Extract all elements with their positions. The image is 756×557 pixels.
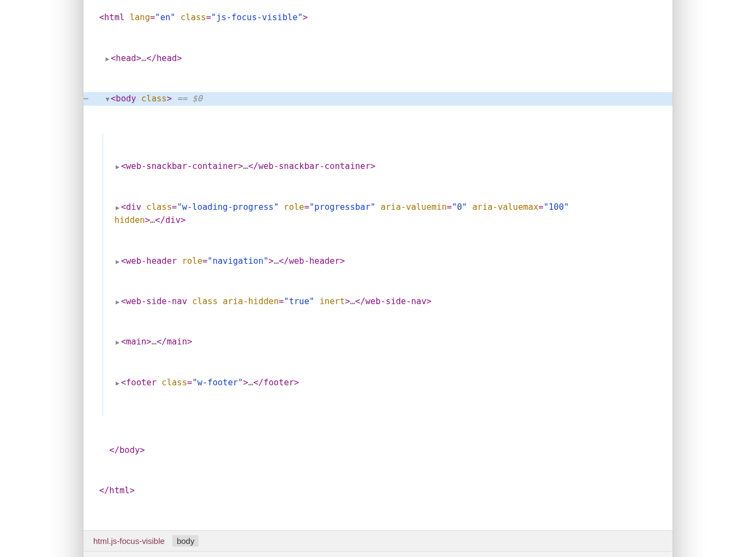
dom-html-close[interactable]: </html> xyxy=(83,484,673,498)
expand-caret-icon[interactable]: ▶ xyxy=(115,257,121,267)
subtab-styles[interactable]: Styles xyxy=(88,552,131,557)
expand-caret-icon[interactable]: ▶ xyxy=(115,337,121,348)
dom-child-loading[interactable]: ▶<div class="w-loading-progress" role="p… xyxy=(83,201,673,228)
dom-head[interactable]: ▶<head>…</head> xyxy=(83,52,673,65)
expand-caret-icon[interactable]: ▶ xyxy=(115,378,121,389)
breadcrumb-item[interactable]: body xyxy=(172,535,199,547)
subtab-properties[interactable]: Properties xyxy=(299,552,359,557)
dom-child-sidenav[interactable]: ▶<web-side-nav class aria-hidden="true" … xyxy=(83,295,673,308)
dom-html-open[interactable]: <html lang="en" class="js-focus-visible"… xyxy=(83,11,673,25)
dom-child-footer[interactable]: ▶<footer class="w-footer">…</footer> xyxy=(83,376,673,390)
breadcrumb-item[interactable]: html.js-focus-visible xyxy=(89,535,169,547)
dom-child-snackbar[interactable]: ▶<web-snackbar-container>…</web-snackbar… xyxy=(83,160,673,173)
dom-body-open[interactable]: ▼<body class> == $0 xyxy=(83,92,673,106)
dom-child-main[interactable]: ▶<main>…</main> xyxy=(83,335,673,349)
expand-caret-icon[interactable]: ▶ xyxy=(115,203,121,213)
elements-dom-tree[interactable]: <!DOCTYPE html> <html lang="en" class="j… xyxy=(83,0,673,530)
dom-child-header[interactable]: ▶<web-header role="navigation">…</web-he… xyxy=(83,255,673,268)
elements-subtabs: Styles Event Listeners DOM Breakpoints P… xyxy=(83,551,673,557)
expand-caret-icon[interactable]: ▶ xyxy=(115,162,121,172)
expand-caret-icon[interactable]: ▶ xyxy=(104,54,111,64)
subtab-event-listeners[interactable]: Event Listeners xyxy=(131,552,211,557)
dom-body-close[interactable]: </body> xyxy=(83,444,673,457)
collapse-caret-icon[interactable]: ▼ xyxy=(104,94,111,105)
expand-caret-icon[interactable]: ▶ xyxy=(115,297,121,307)
subtab-accessibility[interactable]: Accessibility xyxy=(359,552,426,557)
subtab-dom-breakpoints[interactable]: DOM Breakpoints xyxy=(211,552,299,557)
devtools-window: DevTools - web.dev/ Elements Console Sou… xyxy=(83,0,673,557)
breadcrumb: html.js-focus-visible body xyxy=(83,530,673,551)
